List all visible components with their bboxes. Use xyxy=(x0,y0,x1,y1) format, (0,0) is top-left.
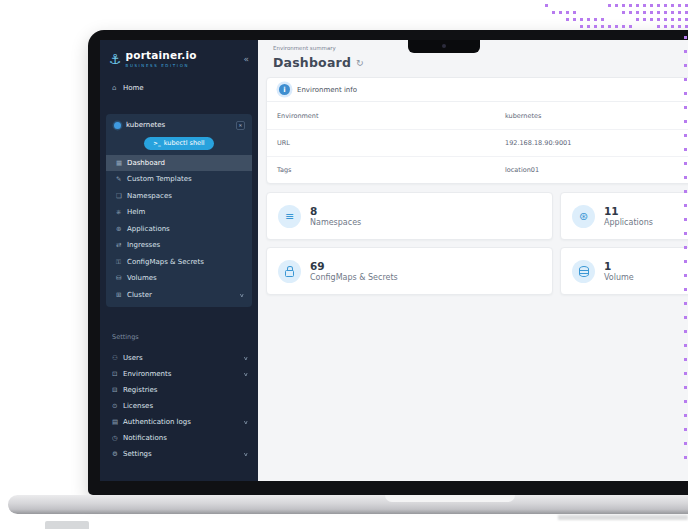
environment-close-button[interactable]: ✕ xyxy=(236,121,245,130)
sidebar-item-namespaces[interactable]: ❏ Namespaces xyxy=(106,188,252,205)
sidebar-item-label: Cluster xyxy=(127,291,152,299)
environment-status-icon xyxy=(114,122,121,129)
volumes-icon: ⛁ xyxy=(116,274,127,282)
sidebar-item-label: Settings xyxy=(123,450,152,458)
laptop-camera xyxy=(442,44,446,48)
kubectl-shell-label: kubectl shell xyxy=(164,139,205,147)
stat-card-configmaps-secrets[interactable]: 69 ConfigMaps & Secrets xyxy=(266,247,553,295)
sidebar-item-label: ConfigMaps & Secrets xyxy=(127,258,204,266)
settings-section-label: Settings xyxy=(112,333,258,341)
environment-info-panel: i Environment info Environment kubernete… xyxy=(266,77,688,184)
sidebar-item-label: Helm xyxy=(127,208,145,216)
applications-icon: ⊛ xyxy=(116,225,127,233)
info-label: Tags xyxy=(277,166,505,174)
screen-content: ⚓ portainer.io BUSINESS EDITION « ⌂ Home… xyxy=(100,40,688,481)
sidebar-item-label: Namespaces xyxy=(127,192,172,200)
info-row-environment: Environment kubernetes xyxy=(267,102,688,129)
notifications-icon: ◷ xyxy=(112,434,123,442)
stat-label: Volume xyxy=(604,273,634,282)
lock-icon: ⚿ xyxy=(116,258,127,266)
stat-value: 1 xyxy=(604,260,634,273)
terminal-icon: >_ xyxy=(153,140,160,146)
sidebar-item-notifications[interactable]: ◷ Notifications xyxy=(100,430,258,446)
sidebar-item-label: Ingresses xyxy=(127,241,160,249)
page-title: Dashboard xyxy=(273,55,351,70)
laptop-notch xyxy=(408,40,480,53)
custom-templates-icon: ✎ xyxy=(116,175,127,183)
refresh-icon[interactable]: ↻ xyxy=(356,58,364,68)
chevron-down-icon: ∨ xyxy=(244,355,249,361)
users-icon: ⚇ xyxy=(112,354,123,362)
sidebar-collapse-icon[interactable]: « xyxy=(243,54,249,64)
applications-wheel-icon: ⊛ xyxy=(572,205,595,228)
stat-card-namespaces[interactable]: ≡ 8 Namespaces xyxy=(266,192,553,240)
stat-card-volume[interactable]: 1 Volume xyxy=(560,247,688,295)
logo-row: ⚓ portainer.io BUSINESS EDITION « xyxy=(100,46,258,68)
sidebar-item-label: Notifications xyxy=(123,434,167,442)
info-row-tags: Tags location01 xyxy=(267,156,688,183)
helm-icon: ⎈ xyxy=(116,208,127,216)
info-icon: i xyxy=(279,84,290,95)
main-content: Environment summary Dashboard ↻ i Enviro… xyxy=(258,40,688,481)
stat-value: 11 xyxy=(604,205,653,218)
cropped-badge xyxy=(45,521,89,529)
info-value: location01 xyxy=(505,166,539,174)
sidebar-item-custom-templates[interactable]: ✎ Custom Templates xyxy=(106,171,252,188)
ingresses-icon: ⇄ xyxy=(116,241,127,249)
sidebar-item-settings[interactable]: ⚙ Settings ∨ xyxy=(100,446,258,462)
sidebar-item-label: Registries xyxy=(123,386,157,394)
sidebar-item-volumes[interactable]: ⛁ Volumes xyxy=(106,270,252,287)
sidebar-item-authentication-logs[interactable]: ▤ Authentication logs ∨ xyxy=(100,414,258,430)
sidebar-item-home[interactable]: ⌂ Home xyxy=(100,80,258,96)
laptop-base xyxy=(8,495,688,514)
chevron-down-icon: ∨ xyxy=(244,419,249,425)
dashboard-icon: ▦ xyxy=(116,159,127,167)
sidebar-item-ingresses[interactable]: ⇄ Ingresses xyxy=(106,237,252,254)
sidebar-item-label: Custom Templates xyxy=(127,175,192,183)
watermark-smudge xyxy=(558,515,688,520)
info-value: kubernetes xyxy=(505,112,541,120)
laptop-screen-bezel: ⚓ portainer.io BUSINESS EDITION « ⌂ Home… xyxy=(88,30,688,495)
gear-icon: ⚙ xyxy=(112,450,123,458)
sidebar-item-label: Licenses xyxy=(123,402,153,410)
logo-subtitle: BUSINESS EDITION xyxy=(126,63,197,68)
sidebar-item-cluster[interactable]: ⊞ Cluster ∨ xyxy=(106,287,252,304)
environment-block: kubernetes ✕ >_ kubectl shell ▦ Dashboar… xyxy=(106,114,252,308)
sidebar-item-registries[interactable]: ⊟ Registries xyxy=(100,382,258,398)
stat-value: 8 xyxy=(310,205,361,218)
sidebar-item-users[interactable]: ⚇ Users ∨ xyxy=(100,350,258,366)
sidebar-item-label: Authentication logs xyxy=(123,418,191,426)
info-label: Environment xyxy=(277,112,505,120)
settings-menu: ⚇ Users ∨ ⊡ Environments ∨ ⊟ Registries … xyxy=(100,350,258,462)
layers-icon: ≡ xyxy=(278,205,301,228)
sidebar-item-applications[interactable]: ⊛ Applications xyxy=(106,221,252,238)
sidebar-item-label: Dashboard xyxy=(127,159,165,167)
info-row-url: URL 192.168.18.90:9001 xyxy=(267,129,688,156)
cluster-icon: ⊞ xyxy=(116,291,127,299)
home-icon: ⌂ xyxy=(112,84,123,92)
sidebar-item-dashboard[interactable]: ▦ Dashboard xyxy=(106,155,252,172)
stats-grid: ≡ 8 Namespaces ⊛ 11 Applications xyxy=(266,192,688,295)
sidebar-item-label: Volumes xyxy=(127,274,157,282)
sidebar-item-environments[interactable]: ⊡ Environments ∨ xyxy=(100,366,258,382)
sidebar: ⚓ portainer.io BUSINESS EDITION « ⌂ Home… xyxy=(100,40,258,481)
authentication-logs-icon: ▤ xyxy=(112,418,123,426)
info-panel-title: Environment info xyxy=(297,86,357,94)
licenses-icon: ⊙ xyxy=(112,402,123,410)
sidebar-item-configmaps-secrets[interactable]: ⚿ ConfigMaps & Secrets xyxy=(106,254,252,271)
environments-icon: ⊡ xyxy=(112,370,123,378)
stat-value: 69 xyxy=(310,260,398,273)
environment-menu: ▦ Dashboard ✎ Custom Templates ❏ Namespa… xyxy=(106,155,252,304)
chevron-down-icon: ∨ xyxy=(244,371,249,377)
environment-header[interactable]: kubernetes ✕ xyxy=(106,114,252,134)
sidebar-item-licenses[interactable]: ⊙ Licenses xyxy=(100,398,258,414)
sidebar-item-label: Home xyxy=(123,84,144,92)
chevron-down-icon: ∨ xyxy=(240,292,245,298)
kubectl-shell-button[interactable]: >_ kubectl shell xyxy=(144,137,213,150)
stat-card-applications[interactable]: ⊛ 11 Applications xyxy=(560,192,688,240)
portainer-logo-icon: ⚓ xyxy=(109,52,122,66)
sidebar-item-helm[interactable]: ⎈ Helm xyxy=(106,204,252,221)
breadcrumb: Environment summary xyxy=(273,45,688,51)
namespaces-icon: ❏ xyxy=(116,192,127,200)
sidebar-item-label: Environments xyxy=(123,370,171,378)
